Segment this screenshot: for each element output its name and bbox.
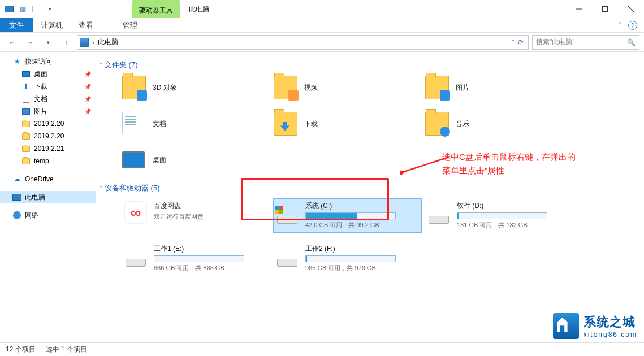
watermark-url: xitong86.com — [584, 331, 637, 338]
sidebar-item-folder-1[interactable]: 2019.2.20 — [0, 118, 96, 130]
ribbon: 文件 计算机 查看 管理 ˅ ? — [0, 18, 644, 33]
sidebar-item-label: 网络 — [25, 211, 38, 220]
sidebar-item-label: 2019.2.20 — [34, 120, 64, 128]
window-titlebar: ▥ ▾ 驱动器工具 此电脑 — [0, 0, 644, 18]
folder-downloads[interactable]: 下载 — [274, 112, 421, 136]
window-title: 此电脑 — [180, 0, 218, 19]
address-dropdown-icon[interactable]: ˅ — [512, 40, 515, 45]
search-box[interactable]: 搜索"此电脑" 🔍 — [532, 35, 639, 50]
chevron-down-icon: ˅ — [100, 62, 102, 68]
network-icon — [12, 211, 21, 220]
device-sublabel: 双击运行百度网盘 — [154, 212, 204, 221]
sidebar-item-downloads[interactable]: ⬇ 下载📌 — [0, 80, 96, 93]
sidebar-quick-access[interactable]: ★ 快速访问 — [0, 55, 96, 68]
qat-customize-icon[interactable]: ▾ — [44, 3, 55, 15]
sidebar-onedrive[interactable]: ☁ OneDrive — [0, 173, 96, 185]
sidebar-item-label: 此电脑 — [25, 193, 45, 202]
folder-3d-objects[interactable]: 3D 对象 — [122, 76, 269, 99]
sidebar-item-label: 快速访问 — [25, 57, 52, 67]
navigation-bar: ← → ▾ ↑ › 此电脑 ˅ ⟳ 搜索"此电脑" 🔍 — [0, 33, 644, 52]
folder-icon — [425, 112, 449, 136]
folder-desktop[interactable]: 桌面 — [122, 148, 269, 172]
capacity-fill — [457, 213, 459, 219]
folder-icon — [122, 112, 146, 136]
nav-forward-button[interactable]: → — [23, 35, 37, 50]
contextual-tab-drive-tools[interactable]: 驱动器工具 — [132, 0, 180, 18]
sidebar-item-desktop[interactable]: 桌面📌 — [0, 68, 96, 80]
navigation-pane: ★ 快速访问 桌面📌 ⬇ 下载📌 文档📌 图片📌 2019.2.20 2019.… — [0, 52, 96, 342]
refresh-icon[interactable]: ⟳ — [518, 38, 524, 46]
ribbon-tab-manage[interactable]: 管理 — [115, 18, 145, 32]
close-button[interactable] — [618, 0, 644, 18]
sidebar-item-folder-2[interactable]: 2019.2.20 — [0, 130, 96, 142]
pin-icon: 📌 — [84, 71, 91, 77]
section-folders-header[interactable]: ˅ 文件夹 (7) — [100, 60, 633, 70]
annotation-text: 选中C盘后单击鼠标右键，在弹出的 菜单里点击"属性 — [442, 150, 576, 177]
folder-documents[interactable]: 文档 — [122, 112, 269, 136]
device-drive-f[interactable]: 工作2 (F:) 965 GB 可用，共 976 GB — [274, 242, 421, 275]
annotation-line: 选中C盘后单击鼠标右键，在弹出的 — [442, 150, 576, 164]
capacity-bar — [154, 255, 244, 262]
folder-label: 桌面 — [153, 155, 166, 165]
device-drive-d[interactable]: 软件 (D:) 131 GB 可用，共 132 GB — [425, 199, 572, 232]
sidebar-item-documents[interactable]: 文档📌 — [0, 93, 96, 105]
sidebar-item-folder-3[interactable]: 2019.2.21 — [0, 142, 96, 155]
sidebar-item-label: 2019.2.21 — [34, 145, 64, 153]
help-icon[interactable]: ? — [628, 21, 637, 30]
nav-history-button[interactable]: ▾ — [41, 35, 55, 50]
folder-icon — [21, 119, 31, 128]
sidebar-item-folder-temp[interactable]: temp — [0, 155, 96, 167]
sidebar-item-label: OneDrive — [25, 175, 54, 183]
device-drive-e[interactable]: 工作1 (E:) 886 GB 可用，共 886 GB — [122, 242, 269, 275]
quick-access-toolbar: ▥ ▾ — [0, 2, 59, 16]
address-bar[interactable]: › 此电脑 ˅ ⟳ — [77, 35, 529, 50]
pin-icon: 📌 — [84, 84, 91, 90]
nav-up-button[interactable]: ↑ — [59, 35, 74, 50]
ribbon-tab-computer[interactable]: 计算机 — [33, 18, 71, 32]
capacity-bar — [457, 212, 547, 219]
breadcrumb-location[interactable]: 此电脑 — [98, 37, 118, 47]
folder-label: 图片 — [456, 83, 469, 93]
sidebar-item-label: 下载 — [34, 82, 47, 92]
device-label: 百度网盘 — [154, 201, 204, 211]
drive-icon — [276, 244, 299, 267]
folder-pictures[interactable]: 图片 — [425, 76, 572, 99]
picture-icon — [21, 107, 31, 116]
sidebar-network[interactable]: 网络 — [0, 209, 96, 222]
sidebar-item-pictures[interactable]: 图片📌 — [0, 105, 96, 118]
drive-icon — [124, 244, 147, 267]
ribbon-tab-file[interactable]: 文件 — [0, 18, 33, 32]
document-icon — [21, 94, 31, 103]
folder-label: 3D 对象 — [153, 83, 177, 93]
folder-icon — [21, 132, 31, 141]
folder-label: 视频 — [304, 83, 318, 93]
capacity-bar — [305, 255, 396, 262]
ribbon-expand-icon[interactable]: ˅ — [618, 21, 621, 29]
device-capacity-text: 42.0 GB 可用，共 99.2 GB — [305, 221, 396, 229]
sidebar-this-pc[interactable]: 此电脑 — [0, 191, 96, 203]
desktop-icon — [21, 70, 31, 79]
explorer-app-icon — [3, 3, 15, 15]
annotation-highlight-frame — [241, 178, 389, 220]
section-title: 设备和驱动器 (5) — [105, 183, 160, 193]
qat-new-folder-icon[interactable] — [31, 3, 42, 15]
content-pane: ˅ 文件夹 (7) 3D 对象 视频 图片 文档 下载 — [96, 52, 644, 342]
qat-properties-icon[interactable]: ▥ — [17, 3, 28, 15]
search-icon[interactable]: 🔍 — [627, 38, 636, 46]
folder-music[interactable]: 音乐 — [425, 112, 572, 136]
status-bar: 12 个项目 选中 1 个项目 — [0, 342, 644, 356]
star-icon: ★ — [12, 57, 21, 66]
minimize-button[interactable] — [566, 0, 592, 18]
maximize-button[interactable] — [592, 0, 618, 18]
folder-icon — [274, 112, 297, 136]
section-title: 文件夹 (7) — [105, 60, 138, 70]
ribbon-tab-view[interactable]: 查看 — [71, 18, 101, 32]
this-pc-icon — [80, 38, 89, 47]
folder-videos[interactable]: 视频 — [274, 76, 421, 99]
download-icon: ⬇ — [21, 82, 31, 91]
folder-icon — [274, 76, 297, 99]
pin-icon: 📌 — [84, 96, 91, 102]
pin-icon: 📌 — [84, 108, 91, 115]
folder-icon — [21, 144, 31, 153]
nav-back-button[interactable]: ← — [5, 35, 19, 50]
